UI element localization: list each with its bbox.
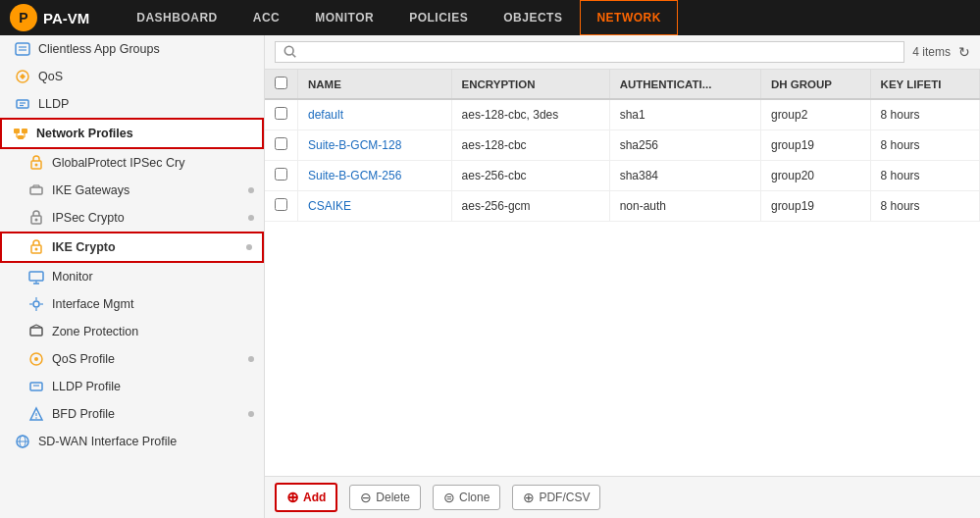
row-checkbox[interactable] — [275, 137, 287, 150]
table-row: CSAIKE aes-256-gcm non-auth group19 8 ho… — [265, 191, 980, 222]
col-authentication: AUTHENTICATI... — [609, 70, 760, 99]
svg-point-22 — [35, 248, 38, 251]
cell-name[interactable]: Suite-B-GCM-256 — [298, 161, 452, 191]
cell-name[interactable]: CSAIKE — [298, 191, 452, 222]
row-checkbox-cell[interactable] — [265, 130, 298, 161]
logo-text: PA-VM — [43, 10, 89, 26]
sidebar-label: SD-WAN Interface Profile — [38, 435, 177, 448]
svg-point-20 — [35, 219, 38, 222]
col-encryption: ENCRYPTION — [451, 70, 609, 99]
row-checkbox-cell[interactable] — [265, 191, 298, 222]
logo: P PA-VM — [10, 4, 89, 31]
qos-profile-icon — [27, 350, 45, 368]
table-row: Suite-B-GCM-128 aes-128-cbc sha256 group… — [265, 130, 980, 161]
sidebar-item-zone-protection[interactable]: Zone Protection — [0, 318, 264, 345]
cell-dh-group: group19 — [760, 130, 870, 161]
row-checkbox-cell[interactable] — [265, 161, 298, 191]
svg-rect-31 — [30, 328, 42, 336]
sidebar-item-qos-profile[interactable]: QoS Profile — [0, 345, 264, 373]
cell-authentication: sha384 — [609, 161, 760, 191]
sidebar-label: GlobalProtect IPSec Cry — [52, 156, 184, 170]
data-table: NAME ENCRYPTION AUTHENTICATI... DH GROUP… — [265, 70, 980, 476]
svg-rect-36 — [30, 383, 42, 390]
row-checkbox[interactable] — [275, 168, 287, 181]
cell-encryption: aes-128-cbc, 3des — [451, 99, 609, 130]
dot-indicator — [248, 187, 254, 193]
dot-indicator — [248, 356, 254, 362]
sidebar-item-qos[interactable]: QoS — [0, 63, 264, 90]
search-box[interactable] — [275, 41, 904, 63]
pdfcsv-button[interactable]: ⊕ PDF/CSV — [512, 485, 600, 510]
nav-items: DASHBOARD ACC MONITOR POLICIES OBJECTS N… — [119, 0, 678, 35]
sidebar-item-bfd-profile[interactable]: BFD Profile — [0, 400, 264, 428]
lldp-icon — [14, 95, 31, 113]
nav-objects[interactable]: OBJECTS — [486, 0, 580, 35]
col-key-lifetime: KEY LIFETI — [870, 70, 979, 99]
refresh-icon[interactable]: ↻ — [958, 44, 970, 60]
nav-monitor[interactable]: MONITOR — [297, 0, 391, 35]
sidebar-item-globalprotect[interactable]: GlobalProtect IPSec Cry — [0, 149, 264, 177]
svg-point-44 — [284, 46, 293, 55]
cell-authentication: non-auth — [609, 191, 760, 222]
row-checkbox-cell[interactable] — [265, 99, 298, 130]
search-toolbar: 4 items ↻ — [265, 35, 980, 70]
nav-network[interactable]: NETWORK — [580, 0, 678, 35]
sidebar-item-monitor[interactable]: Monitor — [0, 263, 264, 290]
sidebar-item-interface-mgmt[interactable]: Interface Mgmt — [0, 290, 264, 318]
monitor-icon — [27, 268, 45, 285]
add-button[interactable]: ⊕ Add — [275, 483, 337, 512]
sidebar-label: Interface Mgmt — [52, 297, 133, 311]
cell-name[interactable]: Suite-B-GCM-128 — [298, 130, 452, 161]
clone-button[interactable]: ⊜ Clone — [433, 485, 500, 510]
svg-point-26 — [33, 301, 39, 307]
sidebar-item-ike-crypto[interactable]: IKE Crypto — [0, 232, 264, 263]
globalprotect-icon — [27, 154, 45, 172]
sidebar-item-ike-gateways[interactable]: IKE Gateways — [0, 177, 264, 204]
lldp-profile-icon — [27, 378, 45, 395]
sidebar-label: Monitor — [52, 270, 93, 284]
row-checkbox[interactable] — [275, 198, 287, 211]
svg-line-45 — [292, 54, 295, 57]
cell-key-lifetime: 8 hours — [870, 161, 979, 191]
table-row: Suite-B-GCM-256 aes-256-cbc sha384 group… — [265, 161, 980, 191]
select-all-header[interactable] — [265, 70, 298, 99]
sidebar-item-sdwan[interactable]: SD-WAN Interface Profile — [0, 428, 264, 455]
nav-acc[interactable]: ACC — [235, 0, 298, 35]
cell-key-lifetime: 8 hours — [870, 99, 979, 130]
select-all-checkbox[interactable] — [275, 77, 287, 89]
sidebar-item-lldp[interactable]: LLDP — [0, 90, 264, 118]
app-groups-icon — [14, 40, 31, 58]
svg-point-14 — [35, 164, 38, 167]
sidebar-label: LLDP Profile — [52, 380, 121, 393]
nav-dashboard[interactable]: DASHBOARD — [119, 0, 235, 35]
cell-dh-group: group2 — [760, 99, 870, 130]
main-container: Clientless App Groups QoS LLDP Network P… — [0, 35, 980, 518]
sidebar-item-clientless-app-groups[interactable]: Clientless App Groups — [0, 35, 264, 63]
sidebar-item-lldp-profile[interactable]: LLDP Profile — [0, 373, 264, 400]
sidebar-item-network-profiles[interactable]: Network Profiles — [0, 118, 264, 149]
cell-name[interactable]: default — [298, 99, 452, 130]
sidebar-label: QoS Profile — [52, 352, 115, 366]
pdfcsv-icon: ⊕ — [523, 490, 535, 505]
cell-encryption: aes-256-cbc — [451, 161, 609, 191]
qos-icon — [14, 68, 31, 85]
search-icon — [284, 45, 297, 59]
sidebar-item-ipsec-crypto[interactable]: IPSec Crypto — [0, 204, 264, 232]
row-checkbox[interactable] — [275, 107, 287, 120]
sidebar-label: IKE Crypto — [52, 240, 116, 254]
svg-rect-23 — [29, 272, 43, 281]
sidebar-label: Clientless App Groups — [38, 42, 160, 56]
sidebar-label: LLDP — [38, 97, 69, 111]
svg-rect-4 — [17, 100, 28, 108]
clone-icon: ⊜ — [443, 490, 455, 505]
search-input[interactable] — [302, 45, 896, 59]
ike-gateways-icon — [27, 181, 45, 199]
nav-policies[interactable]: POLICIES — [391, 0, 486, 35]
zone-protection-icon — [27, 323, 45, 340]
svg-point-40 — [35, 417, 37, 419]
cell-dh-group: group20 — [760, 161, 870, 191]
sidebar: Clientless App Groups QoS LLDP Network P… — [0, 35, 265, 518]
cell-authentication: sha1 — [609, 99, 760, 130]
delete-button[interactable]: ⊖ Delete — [349, 485, 421, 510]
interface-mgmt-icon — [27, 295, 45, 313]
